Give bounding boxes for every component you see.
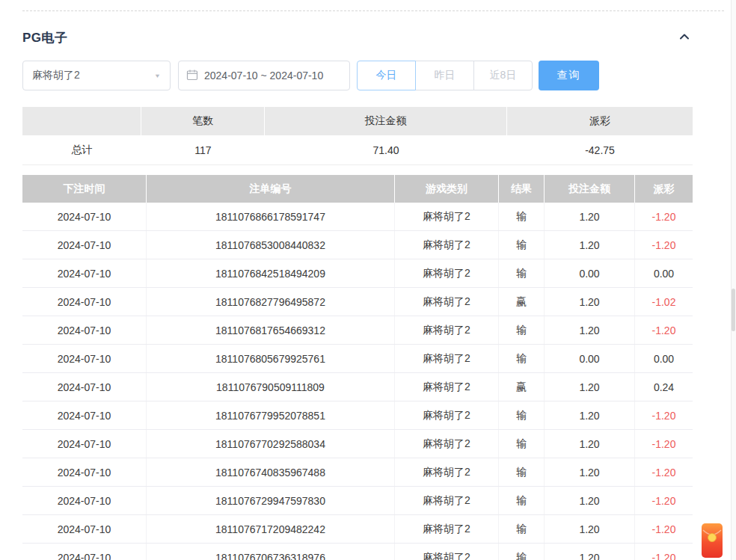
betting-records-panel: PG电子 麻将胡了2 ▼ 2024-07-10 ~ 2024-07-10 [0,0,736,560]
bet-time-cell: 2024-07-10 [22,373,147,401]
result-cell: 输 [499,231,545,259]
summary-total-row: 总计 117 71.40 -42.75 [22,135,693,165]
bet-amount-cell: 1.20 [545,430,635,458]
bet-amount-cell: 0.00 [545,259,635,287]
game-type-cell: 麻将胡了2 [395,401,499,429]
caret-down-icon: ▼ [154,73,161,79]
search-button[interactable]: 查询 [539,61,599,90]
header-bet-amount: 投注金额 [545,175,635,203]
result-cell: 输 [499,430,545,458]
header-bet-time: 下注时间 [22,175,147,203]
payout-cell: -1.20 [635,544,693,560]
bet-id-cell: 1811076779952078851 [147,401,395,429]
summary-total-label: 总计 [22,135,141,164]
result-cell: 输 [499,203,545,230]
bet-amount-cell: 1.20 [545,231,635,259]
game-type-cell: 麻将胡了2 [395,203,499,230]
header-game-type: 游戏类别 [395,175,499,203]
payout-cell: -1.20 [635,203,693,230]
date-range-picker[interactable]: 2024-07-10 ~ 2024-07-10 [178,61,350,90]
result-cell: 输 [499,487,545,514]
game-type-cell: 麻将胡了2 [395,288,499,316]
bet-time-cell: 2024-07-10 [22,316,147,344]
bet-time-cell: 2024-07-10 [22,515,147,543]
bet-id-cell: 1811076827796495872 [147,288,395,316]
game-select-value: 麻将胡了2 [32,69,80,82]
quick-range-button-group: 今日 昨日 近8日 [357,61,533,90]
bet-id-cell: 1811076817654669312 [147,316,395,344]
payout-cell: -1.20 [635,401,693,429]
table-row: 2024-07-101811076842518494209麻将胡了2输0.000… [22,259,693,288]
game-type-cell: 麻将胡了2 [395,231,499,259]
bet-time-cell: 2024-07-10 [22,544,147,560]
payout-cell: -1.20 [635,487,693,514]
payout-cell: -1.20 [635,231,693,259]
bet-id-cell: 1811076805679925761 [147,345,395,372]
summary-table: 笔数 投注金额 派彩 总计 117 71.40 -42.75 [22,107,693,165]
game-type-cell: 麻将胡了2 [395,373,499,401]
summary-count-value: 117 [141,135,265,164]
bet-time-cell: 2024-07-10 [22,288,147,316]
summary-bet-amount-value: 71.40 [265,135,507,164]
game-type-cell: 麻将胡了2 [395,345,499,372]
red-envelope-icon [702,547,723,560]
header-payout: 派彩 [635,175,693,203]
bets-header-row: 下注时间 注单编号 游戏类别 结果 投注金额 派彩 [22,175,693,203]
game-type-cell: 麻将胡了2 [395,316,499,344]
payout-cell: -1.20 [635,458,693,486]
table-row: 2024-07-101811076817654669312麻将胡了2输1.20-… [22,316,693,345]
payout-cell: -1.20 [635,316,693,344]
game-select[interactable]: 麻将胡了2 ▼ [22,61,171,90]
table-row: 2024-07-101811076706736318976麻将胡了2输1.20-… [22,544,693,560]
header-result: 结果 [499,175,545,203]
game-type-cell: 麻将胡了2 [395,487,499,514]
bet-amount-cell: 1.20 [545,515,635,543]
chevron-up-icon [678,30,691,46]
result-cell: 输 [499,401,545,429]
game-type-cell: 麻将胡了2 [395,259,499,287]
date-range-text: 2024-07-10 ~ 2024-07-10 [204,70,323,81]
top-dashed-divider [22,10,724,11]
result-cell: 输 [499,458,545,486]
payout-cell: 0.00 [635,345,693,372]
payout-cell: -1.02 [635,288,693,316]
calendar-icon [186,69,204,83]
scrollbar-thumb[interactable] [732,289,735,331]
table-row: 2024-07-101811076805679925761麻将胡了2输0.000… [22,345,693,373]
filter-toolbar: 麻将胡了2 ▼ 2024-07-10 ~ 2024-07-10 今日 昨日 近8… [22,61,599,90]
bet-amount-cell: 0.00 [545,345,635,372]
bet-id-cell: 1811076790509111809 [147,373,395,401]
bet-id-cell: 1811076866178591747 [147,203,395,230]
bet-time-cell: 2024-07-10 [22,231,147,259]
game-type-cell: 麻将胡了2 [395,430,499,458]
bet-time-cell: 2024-07-10 [22,401,147,429]
result-cell: 输 [499,345,545,372]
summary-payout-value: -42.75 [507,135,693,164]
payout-cell: 0.00 [635,259,693,287]
summary-header-blank [22,107,141,135]
table-row: 2024-07-101811076827796495872麻将胡了2赢1.20-… [22,288,693,316]
summary-header-row: 笔数 投注金额 派彩 [22,107,693,135]
bet-id-cell: 1811076770292588034 [147,430,395,458]
red-envelope-button[interactable] [702,523,723,558]
bet-time-cell: 2024-07-10 [22,430,147,458]
quick-range-button[interactable]: 近8日 [473,61,533,90]
game-type-cell: 麻将胡了2 [395,544,499,560]
bet-id-cell: 1811076729947597830 [147,487,395,514]
result-cell: 赢 [499,288,545,316]
vertical-scrollbar[interactable] [731,0,736,560]
collapse-section-button[interactable] [676,30,693,46]
bet-amount-cell: 1.20 [545,316,635,344]
quick-range-button[interactable]: 今日 [357,61,416,90]
section-title: PG电子 [22,29,68,46]
quick-range-button[interactable]: 昨日 [415,61,474,90]
result-cell: 赢 [499,373,545,401]
section-header: PG电子 [22,29,693,46]
table-row: 2024-07-101811076790509111809麻将胡了2赢1.200… [22,373,693,401]
bet-id-cell: 1811076853008440832 [147,231,395,259]
bet-id-cell: 1811076706736318976 [147,544,395,560]
payout-cell: 0.24 [635,373,693,401]
summary-header-payout: 派彩 [507,107,693,135]
result-cell: 输 [499,515,545,543]
payout-cell: -1.20 [635,515,693,543]
